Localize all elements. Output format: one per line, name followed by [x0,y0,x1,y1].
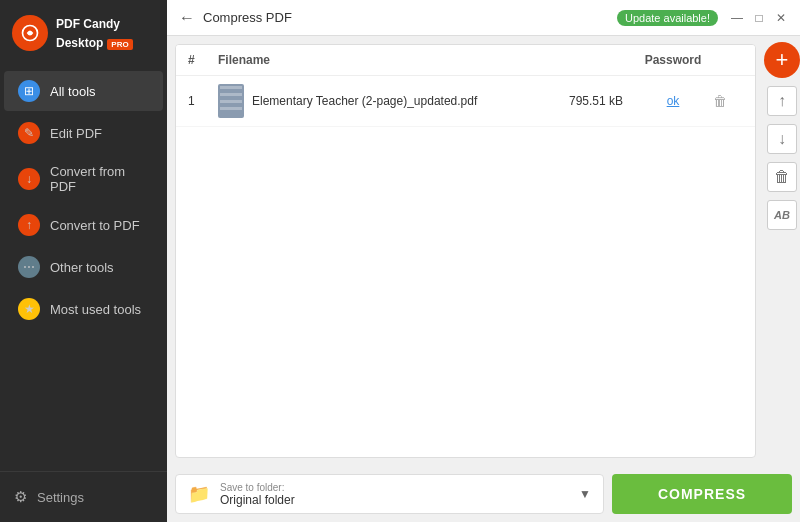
sidebar-item-most-used[interactable]: ★ Most used tools [4,289,163,329]
sidebar-item-all-tools-label: All tools [50,84,96,99]
file-password-ok-link[interactable]: ok [667,94,680,108]
content-with-toolbar: # Filename Password 1 Elementary Teacher… [167,36,800,466]
sidebar: PDF Candy DesktopPRO ⊞ All tools ✎ Edit … [0,0,167,522]
sidebar-item-edit-pdf-label: Edit PDF [50,126,102,141]
settings-item[interactable]: ⚙ Settings [14,482,153,512]
dropdown-arrow-icon: ▼ [579,487,591,501]
sidebar-item-other-tools[interactable]: ⋯ Other tools [4,247,163,287]
app-name-container: PDF Candy DesktopPRO [56,14,155,51]
file-delete-button[interactable]: 🗑 [713,93,727,109]
sidebar-header: PDF Candy DesktopPRO [0,0,167,65]
folder-text: Save to folder: Original folder [220,482,569,507]
file-area: # Filename Password 1 Elementary Teacher… [175,44,756,458]
convert-to-icon: ↑ [18,214,40,236]
main-area: ← Compress PDF Update available! — □ ✕ #… [167,0,800,522]
ab-button[interactable]: AB [767,200,797,230]
down-arrow-icon: ↓ [778,130,786,148]
app-logo-icon [12,15,48,51]
maximize-button[interactable]: □ [752,11,766,25]
settings-icon: ⚙ [14,488,27,506]
move-up-button[interactable]: ↑ [767,86,797,116]
file-row-delete-cell: 🗑 [713,93,743,109]
file-row-filename-cell: Elementary Teacher (2-page)_updated.pdf [218,84,543,118]
folder-label: Save to folder: [220,482,569,493]
folder-icon: 📁 [188,483,210,505]
thumb-line-2 [220,93,242,96]
add-file-button[interactable]: + [764,42,800,78]
update-badge[interactable]: Update available! [617,10,718,26]
table-row: 1 Elementary Teacher (2-page)_updated.pd… [176,76,755,127]
sidebar-item-other-tools-label: Other tools [50,260,114,275]
file-row-size: 795.51 kB [543,94,623,108]
file-thumbnail [218,84,244,118]
bottom-bar: 📁 Save to folder: Original folder ▼ COMP… [167,466,800,522]
minimize-button[interactable]: — [730,11,744,25]
edit-pdf-icon: ✎ [18,122,40,144]
file-name-text: Elementary Teacher (2-page)_updated.pdf [252,94,477,108]
back-button[interactable]: ← [179,10,195,26]
ab-icon: AB [774,209,790,221]
trash-icon: 🗑 [774,168,790,186]
up-arrow-icon: ↑ [778,92,786,110]
convert-from-icon: ↓ [18,168,40,190]
thumb-line-3 [220,100,242,103]
col-header-filename: Filename [218,53,543,67]
right-toolbar: + ↑ ↓ 🗑 AB [764,36,800,466]
thumb-line-4 [220,107,242,110]
sidebar-item-edit-pdf[interactable]: ✎ Edit PDF [4,113,163,153]
pro-badge: PRO [107,39,132,50]
compress-button[interactable]: COMPRESS [612,474,792,514]
folder-selector[interactable]: 📁 Save to folder: Original folder ▼ [175,474,604,514]
col-header-password: Password [633,53,713,67]
folder-value: Original folder [220,493,569,507]
sidebar-item-convert-from[interactable]: ↓ Convert from PDF [4,155,163,203]
sidebar-item-convert-from-label: Convert from PDF [50,164,149,194]
delete-all-button[interactable]: 🗑 [767,162,797,192]
move-down-button[interactable]: ↓ [767,124,797,154]
plus-icon: + [776,49,789,71]
sidebar-item-convert-to-label: Convert to PDF [50,218,140,233]
close-button[interactable]: ✕ [774,11,788,25]
file-row-password-cell: ok [633,94,713,108]
window-controls: — □ ✕ [730,11,788,25]
file-row-num: 1 [188,94,218,108]
all-tools-icon: ⊞ [18,80,40,102]
thumb-line-1 [220,86,242,89]
titlebar: ← Compress PDF Update available! — □ ✕ [167,0,800,36]
col-header-num: # [188,53,218,67]
sidebar-item-most-used-label: Most used tools [50,302,141,317]
settings-label: Settings [37,490,84,505]
table-header: # Filename Password [176,45,755,76]
other-tools-icon: ⋯ [18,256,40,278]
window-title: Compress PDF [203,10,617,25]
sidebar-item-all-tools[interactable]: ⊞ All tools [4,71,163,111]
sidebar-nav: ⊞ All tools ✎ Edit PDF ↓ Convert from PD… [0,65,167,471]
sidebar-item-convert-to[interactable]: ↑ Convert to PDF [4,205,163,245]
most-used-icon: ★ [18,298,40,320]
sidebar-footer: ⚙ Settings [0,471,167,522]
